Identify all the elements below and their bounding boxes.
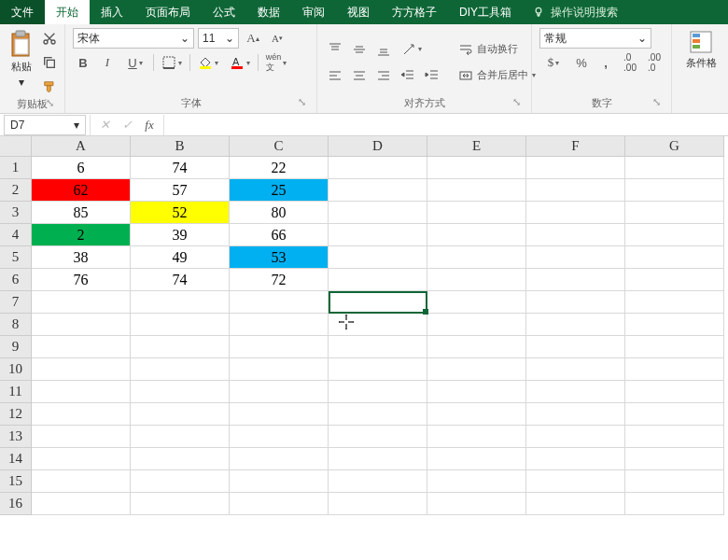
cell-E7[interactable] xyxy=(427,291,526,314)
cell-E1[interactable] xyxy=(427,157,526,179)
currency-button[interactable]: $▾ xyxy=(539,52,567,73)
cell-C3[interactable]: 80 xyxy=(230,202,329,224)
row-header-11[interactable]: 11 xyxy=(0,381,32,403)
cell-B9[interactable] xyxy=(131,336,230,358)
cell-A15[interactable] xyxy=(32,470,131,493)
row-header-15[interactable]: 15 xyxy=(0,470,32,493)
increase-indent-button[interactable] xyxy=(422,65,442,86)
cell-G11[interactable] xyxy=(625,381,724,403)
cell-F16[interactable] xyxy=(526,493,625,515)
cell-D11[interactable] xyxy=(329,381,427,403)
name-box[interactable]: D7▾ xyxy=(4,115,86,135)
cell-B7[interactable] xyxy=(131,291,230,314)
row-header-12[interactable]: 12 xyxy=(0,403,32,426)
col-header-D[interactable]: D xyxy=(329,136,427,157)
number-launcher[interactable]: ⤡ xyxy=(651,96,662,107)
cell-C1[interactable]: 22 xyxy=(230,157,329,179)
col-header-C[interactable]: C xyxy=(230,136,329,157)
font-size-select[interactable]: 11⌄ xyxy=(198,28,239,49)
cell-C7[interactable] xyxy=(230,291,329,314)
enter-formula-button[interactable]: ✓ xyxy=(117,115,137,135)
cell-E5[interactable] xyxy=(427,246,526,269)
cell-E12[interactable] xyxy=(427,403,526,426)
cell-D3[interactable] xyxy=(329,202,427,224)
decrease-font-button[interactable]: A▾ xyxy=(267,28,287,49)
cell-D14[interactable] xyxy=(329,448,427,470)
cell-D13[interactable] xyxy=(329,426,427,448)
cell-G6[interactable] xyxy=(625,269,724,291)
cell-F8[interactable] xyxy=(526,314,625,336)
cell-A8[interactable] xyxy=(32,314,131,336)
cell-D12[interactable] xyxy=(329,403,427,426)
row-header-13[interactable]: 13 xyxy=(0,426,32,448)
cell-B11[interactable] xyxy=(131,381,230,403)
cell-A13[interactable] xyxy=(32,426,131,448)
cell-C14[interactable] xyxy=(230,448,329,470)
cut-button[interactable] xyxy=(39,28,60,49)
align-top-button[interactable] xyxy=(325,39,345,60)
tab-data[interactable]: 数据 xyxy=(246,0,291,24)
paste-button[interactable]: 粘贴 ▾ xyxy=(7,28,35,97)
row-header-6[interactable]: 6 xyxy=(0,269,32,291)
tell-me-search[interactable]: 操作说明搜索 xyxy=(523,0,627,24)
fill-color-button[interactable]: ▾ xyxy=(194,52,222,73)
col-header-B[interactable]: B xyxy=(131,136,230,157)
cell-C16[interactable] xyxy=(230,493,329,515)
cell-B5[interactable]: 49 xyxy=(131,246,230,269)
clipboard-launcher[interactable]: ⤡ xyxy=(44,97,55,108)
conditional-formatting-button[interactable]: 条件格 xyxy=(679,28,722,72)
orientation-button[interactable]: ▾ xyxy=(398,39,426,60)
format-painter-button[interactable] xyxy=(39,77,60,97)
font-name-select[interactable]: 宋体⌄ xyxy=(73,28,194,49)
cell-A4[interactable]: 2 xyxy=(32,224,131,246)
cell-F13[interactable] xyxy=(526,426,625,448)
cell-C6[interactable]: 72 xyxy=(230,269,329,291)
cell-D1[interactable] xyxy=(329,157,427,179)
tab-home[interactable]: 开始 xyxy=(45,0,90,24)
cell-B10[interactable] xyxy=(131,358,230,381)
col-header-E[interactable]: E xyxy=(427,136,526,157)
cell-D9[interactable] xyxy=(329,336,427,358)
cell-G10[interactable] xyxy=(625,358,724,381)
cell-D2[interactable] xyxy=(329,179,427,202)
cell-B16[interactable] xyxy=(131,493,230,515)
cell-D5[interactable] xyxy=(329,246,427,269)
font-color-button[interactable]: A▾ xyxy=(226,52,254,73)
row-header-10[interactable]: 10 xyxy=(0,358,32,381)
cell-E11[interactable] xyxy=(427,381,526,403)
cell-A3[interactable]: 85 xyxy=(32,202,131,224)
cell-E2[interactable] xyxy=(427,179,526,202)
cell-A5[interactable]: 38 xyxy=(32,246,131,269)
percent-button[interactable]: % xyxy=(571,52,592,73)
underline-button[interactable]: U▾ xyxy=(121,52,149,73)
row-header-2[interactable]: 2 xyxy=(0,179,32,202)
row-header-5[interactable]: 5 xyxy=(0,246,32,269)
cell-G14[interactable] xyxy=(625,448,724,470)
cell-B1[interactable]: 74 xyxy=(131,157,230,179)
cell-D4[interactable] xyxy=(329,224,427,246)
italic-button[interactable]: I xyxy=(97,52,118,73)
cell-C15[interactable] xyxy=(230,470,329,493)
tab-pagelayout[interactable]: 页面布局 xyxy=(134,0,202,24)
cell-F6[interactable] xyxy=(526,269,625,291)
cell-C10[interactable] xyxy=(230,358,329,381)
border-button[interactable]: ▾ xyxy=(158,52,186,73)
cell-D8[interactable] xyxy=(329,314,427,336)
row-header-1[interactable]: 1 xyxy=(0,157,32,179)
tab-file[interactable]: 文件 xyxy=(0,0,45,24)
cell-A16[interactable] xyxy=(32,493,131,515)
phonetic-button[interactable]: wén文▾ xyxy=(262,52,290,73)
cell-B13[interactable] xyxy=(131,426,230,448)
cell-G16[interactable] xyxy=(625,493,724,515)
wrap-text-button[interactable]: 自动换行 xyxy=(457,39,543,60)
cell-C4[interactable]: 66 xyxy=(230,224,329,246)
cell-C2[interactable]: 25 xyxy=(230,179,329,202)
cell-F15[interactable] xyxy=(526,470,625,493)
cell-E3[interactable] xyxy=(427,202,526,224)
cell-C12[interactable] xyxy=(230,403,329,426)
cell-D15[interactable] xyxy=(329,470,427,493)
col-header-A[interactable]: A xyxy=(32,136,131,157)
tab-formulas[interactable]: 公式 xyxy=(202,0,246,24)
cell-F10[interactable] xyxy=(526,358,625,381)
cell-A12[interactable] xyxy=(32,403,131,426)
